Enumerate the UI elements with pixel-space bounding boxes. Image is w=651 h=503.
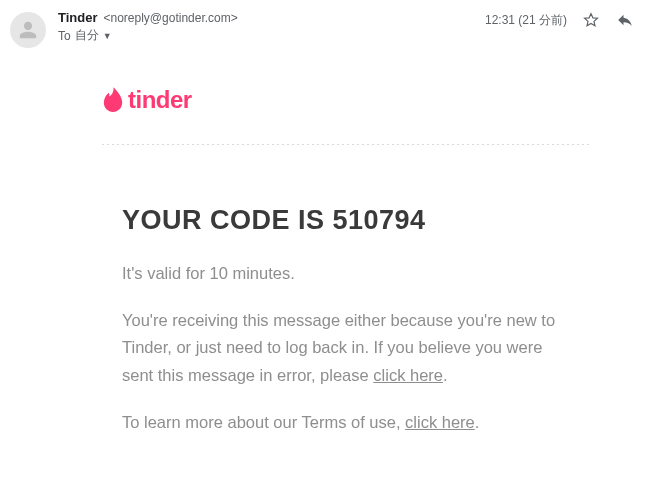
terms-pre: To learn more about our Terms of use, (122, 413, 405, 431)
explanation-pre: You're receiving this message either bec… (122, 311, 555, 383)
star-icon (582, 11, 600, 29)
chevron-down-icon[interactable]: ▼ (103, 31, 112, 41)
brand-logo: tinder (102, 86, 590, 114)
email-header: Tinder <noreply@gotinder.com> To 自分 ▼ 12… (0, 0, 651, 56)
recipient-prefix: To (58, 29, 71, 43)
terms-post: . (475, 413, 480, 431)
terms-link[interactable]: click here (405, 413, 475, 431)
recipient-line[interactable]: To 自分 ▼ (58, 27, 473, 44)
recipient-name: 自分 (75, 27, 99, 44)
header-actions: 12:31 (21 分前) (485, 10, 635, 30)
terms-text: To learn more about our Terms of use, cl… (122, 409, 570, 436)
timestamp: 12:31 (21 分前) (485, 12, 567, 29)
sender-email: <noreply@gotinder.com> (104, 11, 238, 25)
person-icon (18, 20, 38, 40)
explanation-text: You're receiving this message either bec… (122, 307, 570, 389)
validity-text: It's valid for 10 minutes. (122, 260, 570, 287)
email-body: tinder YOUR CODE IS 510794 It's valid fo… (0, 56, 590, 436)
reply-button[interactable] (615, 10, 635, 30)
flame-icon (102, 87, 124, 113)
message-content: YOUR CODE IS 510794 It's valid for 10 mi… (102, 205, 590, 436)
brand-name: tinder (128, 86, 192, 114)
explanation-post: . (443, 366, 448, 384)
verification-code-heading: YOUR CODE IS 510794 (122, 205, 570, 236)
star-button[interactable] (581, 10, 601, 30)
reply-icon (616, 11, 634, 29)
sender-name: Tinder (58, 10, 98, 25)
divider (102, 144, 590, 145)
error-link[interactable]: click here (373, 366, 443, 384)
avatar (10, 12, 46, 48)
sender-block: Tinder <noreply@gotinder.com> To 自分 ▼ (58, 10, 473, 44)
